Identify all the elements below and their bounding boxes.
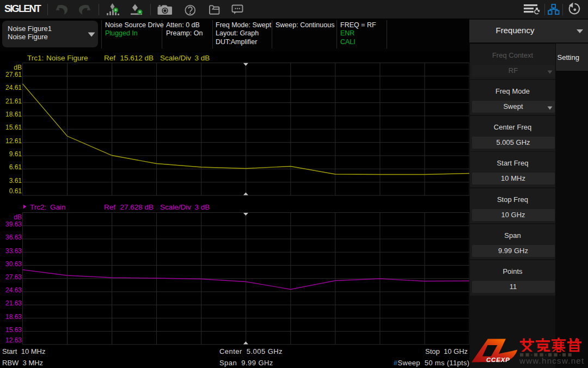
svg-text:24.61: 24.61: [5, 84, 22, 91]
svg-text:27.628 dB: 27.628 dB: [120, 203, 154, 211]
svg-text:9.61: 9.61: [9, 150, 22, 158]
svg-text:Trc2:: Trc2:: [30, 203, 46, 211]
svg-text:Noise Figure: Noise Figure: [46, 54, 88, 62]
svg-text:Scale/Div: Scale/Div: [160, 54, 191, 62]
svg-text:27.61: 27.61: [5, 71, 22, 78]
svg-text:18.63: 18.63: [5, 313, 22, 321]
svg-text:3 dB: 3 dB: [195, 54, 210, 62]
svg-text:30.63: 30.63: [5, 260, 22, 268]
svg-text:15.63: 15.63: [5, 326, 22, 334]
svg-text:27.63: 27.63: [5, 273, 22, 281]
svg-text:dB: dB: [14, 64, 22, 71]
svg-text:www.hncsw.net: www.hncsw.net: [519, 356, 584, 365]
svg-text:dB: dB: [14, 213, 22, 221]
svg-text:Ref: Ref: [104, 203, 115, 211]
svg-text:21.61: 21.61: [5, 97, 22, 105]
svg-text:12.61: 12.61: [5, 137, 22, 145]
svg-text:36.63: 36.63: [5, 234, 22, 241]
svg-text:Ref: Ref: [104, 54, 115, 62]
svg-text:6.61: 6.61: [9, 163, 22, 171]
svg-text:12.63: 12.63: [5, 336, 22, 344]
svg-text:Gain: Gain: [50, 203, 66, 211]
svg-text:Trc1:: Trc1:: [27, 54, 44, 62]
svg-text:3 dB: 3 dB: [195, 203, 210, 211]
svg-text:15.612 dB: 15.612 dB: [120, 54, 154, 62]
svg-text:18.61: 18.61: [5, 111, 22, 118]
svg-text:15.61: 15.61: [5, 124, 22, 131]
svg-text:39.63: 39.63: [5, 220, 22, 228]
svg-text:0.61: 0.61: [9, 187, 22, 195]
svg-text:33.63: 33.63: [5, 247, 22, 255]
svg-text:24.63: 24.63: [5, 286, 22, 294]
svg-text:21.63: 21.63: [5, 299, 22, 307]
svg-text:Scale/Div: Scale/Div: [160, 203, 191, 211]
svg-text:CCEXP: CCEXP: [486, 357, 510, 363]
svg-text:3.61: 3.61: [9, 177, 22, 185]
